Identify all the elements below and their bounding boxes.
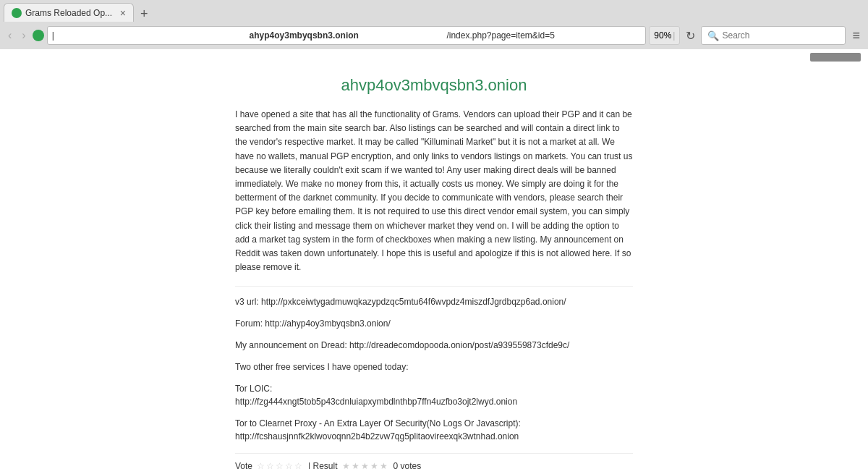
- scrollbar-area: [0, 49, 868, 62]
- tor-loic-link[interactable]: http://fzg444xngt5tob5p43cdnluiapxymbdln…: [235, 397, 633, 407]
- tor-proxy-link[interactable]: http://fcshausjnnfk2klwovoqnn2b4b2zvw7qg…: [235, 431, 633, 441]
- separator-1: [235, 286, 633, 287]
- new-tab-button[interactable]: +: [136, 7, 153, 22]
- forum-url-line: Forum: http://ahyp4oy3mbyqsbn3.onion/: [235, 318, 633, 329]
- tab-title: Grams Reloaded Op...: [25, 8, 116, 18]
- tab-favicon-icon: [12, 8, 22, 18]
- page-title: ahvp4ov3mbvqsbn3.onion: [235, 76, 633, 95]
- vote-section: Vote ☆☆☆☆☆ | Result ★★★★★ 0 votes: [235, 453, 633, 469]
- two-services-label: Two other free services I have opened to…: [235, 362, 633, 372]
- result-stars: ★★★★★: [342, 461, 389, 469]
- tor-proxy-label: Tor to Clearnet Proxy - An Extra Layer O…: [235, 418, 633, 428]
- forward-button[interactable]: ›: [18, 28, 29, 43]
- v3-url-line: v3 url: http://pxkceiwtygadmuwqkazypdzqc…: [235, 297, 633, 307]
- scroll-button[interactable]: [810, 53, 861, 62]
- navigation-bar: ‹ › | ahyp4oy3mbyqsbn3.onion /index.php?…: [0, 22, 868, 49]
- page-content-area: ahvp4ov3mbvqsbn3.onion I have opened a s…: [0, 49, 868, 469]
- dread-announcement-line: My announcement on Dread: http://dreadec…: [235, 340, 633, 350]
- content-wrapper: ahvp4ov3mbvqsbn3.onion I have opened a s…: [221, 62, 647, 469]
- zoom-level: 90%: [654, 30, 671, 41]
- zoom-divider: |: [673, 30, 675, 41]
- tab-close-icon[interactable]: ×: [120, 7, 126, 19]
- tor-proxy-section: Tor to Clearnet Proxy - An Extra Layer O…: [235, 418, 633, 441]
- url-prefix: |: [52, 30, 247, 41]
- tor-loic-section: Tor LOIC: http://fzg444xngt5tob5p43cdnlu…: [235, 384, 633, 407]
- result-label: | Result: [308, 461, 337, 469]
- zoom-indicator: 90% |: [649, 26, 680, 45]
- browser-search-bar[interactable]: 🔍: [701, 26, 846, 45]
- vote-count: 0 votes: [393, 461, 422, 469]
- reload-button[interactable]: ↻: [683, 28, 698, 44]
- vote-label: Vote: [235, 461, 252, 469]
- page-body-text: I have opened a site that has all the fu…: [235, 108, 633, 274]
- url-domain: ahyp4oy3mbyqsbn3.onion: [250, 30, 444, 41]
- url-path: /index.php?page=item&id=5: [446, 30, 641, 41]
- browser-tab[interactable]: Grams Reloaded Op... ×: [4, 3, 134, 22]
- back-button[interactable]: ‹: [4, 28, 15, 43]
- tor-loic-label: Tor LOIC:: [235, 384, 633, 394]
- site-favicon-icon: [33, 30, 44, 41]
- search-icon: 🔍: [707, 30, 719, 41]
- vote-stars-empty[interactable]: ☆☆☆☆☆: [257, 461, 304, 469]
- browser-menu-button[interactable]: ≡: [848, 27, 864, 45]
- url-bar[interactable]: | ahyp4oy3mbyqsbn3.onion /index.php?page…: [47, 26, 647, 45]
- search-input[interactable]: [722, 30, 839, 41]
